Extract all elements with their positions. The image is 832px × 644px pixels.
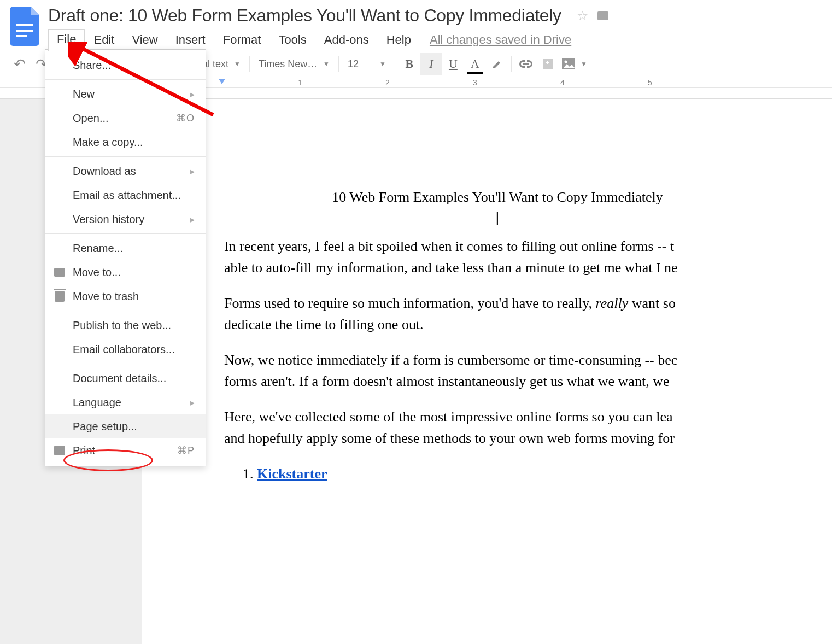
file-dropdown: Share... New▸ Open...⌘O Make a copy... D… xyxy=(45,49,206,466)
menu-email-attachment[interactable]: Email as attachment... xyxy=(45,183,206,207)
document-title[interactable]: Draft one: 10 Web Form Examples You'll W… xyxy=(48,5,561,26)
menu-version-history[interactable]: Version history▸ xyxy=(45,207,206,231)
label: Make a copy... xyxy=(73,136,143,149)
fontsize-label: 12 xyxy=(348,58,359,70)
label: Share... xyxy=(73,59,111,72)
submenu-arrow-icon: ▸ xyxy=(190,89,195,99)
menu-tools[interactable]: Tools xyxy=(269,30,315,50)
chevron-down-icon: ▼ xyxy=(234,60,241,68)
menu-make-copy[interactable]: Make a copy... xyxy=(45,130,206,154)
label: Publish to the web... xyxy=(73,319,171,332)
label: Print xyxy=(73,444,95,457)
menu-share[interactable]: Share... xyxy=(45,53,206,77)
menu-download-as[interactable]: Download as▸ xyxy=(45,159,206,183)
svg-rect-1 xyxy=(16,30,33,32)
menu-publish-web[interactable]: Publish to the web... xyxy=(45,313,206,337)
label: Document details... xyxy=(73,372,166,385)
highlight-button[interactable] xyxy=(486,53,508,75)
menubar: File Edit View Insert Format Tools Add-o… xyxy=(48,29,832,51)
paragraph: Now, we notice immediately if a form is … xyxy=(224,349,832,392)
document-page[interactable]: 10 Web Form Examples You'll Want to Copy… xyxy=(142,99,832,644)
chevron-down-icon: ▼ xyxy=(379,60,386,68)
ruler-major: 2 xyxy=(385,78,390,87)
menu-format[interactable]: Format xyxy=(214,30,270,50)
italic-button[interactable]: I xyxy=(420,53,442,75)
menu-insert[interactable]: Insert xyxy=(167,30,214,50)
svg-rect-0 xyxy=(16,24,33,26)
label: Download as xyxy=(73,165,136,178)
paragraph: Here, we've collected some of the most i… xyxy=(224,406,832,449)
folder-icon xyxy=(53,268,66,277)
paragraph: Forms used to require so much informatio… xyxy=(224,292,832,335)
menu-rename[interactable]: Rename... xyxy=(45,236,206,260)
label: Move to trash xyxy=(73,290,139,303)
font-label: Times New… xyxy=(259,58,317,70)
shortcut: ⌘O xyxy=(176,112,195,124)
font-select[interactable]: Times New… ▼ xyxy=(253,53,335,75)
ruler-major: 4 xyxy=(560,78,565,87)
menu-move-to-trash[interactable]: Move to trash xyxy=(45,284,206,308)
star-icon[interactable]: ☆ xyxy=(577,8,589,24)
text-color-button[interactable]: A xyxy=(464,53,486,75)
ruler-major: 1 xyxy=(298,78,302,87)
svg-point-5 xyxy=(564,61,567,63)
printer-icon xyxy=(53,446,66,455)
menu-help[interactable]: Help xyxy=(378,30,420,50)
svg-rect-2 xyxy=(16,35,27,37)
text-cursor: | xyxy=(142,207,832,228)
menu-email-collaborators[interactable]: Email collaborators... xyxy=(45,337,206,361)
label: New xyxy=(73,88,95,101)
ruler-major: 5 xyxy=(648,78,652,87)
docs-app-icon[interactable] xyxy=(10,7,43,50)
link-button[interactable] xyxy=(515,53,537,75)
label: Language xyxy=(73,396,121,409)
fontsize-select[interactable]: 12 ▼ xyxy=(342,53,391,75)
label: Version history xyxy=(73,213,144,226)
link-kickstarter[interactable]: Kickstarter xyxy=(257,466,327,482)
menu-new[interactable]: New▸ xyxy=(45,82,206,106)
menu-page-setup[interactable]: Page setup... xyxy=(45,414,206,438)
submenu-arrow-icon: ▸ xyxy=(190,166,195,177)
menu-open[interactable]: Open...⌘O xyxy=(45,106,206,130)
label: Email collaborators... xyxy=(73,343,175,356)
label: Open... xyxy=(73,112,109,125)
chevron-down-icon: ▼ xyxy=(581,60,587,68)
menu-addons[interactable]: Add-ons xyxy=(315,30,378,50)
image-button[interactable]: ▼ xyxy=(559,53,590,75)
text-color-label: A xyxy=(471,57,479,71)
label: Rename... xyxy=(73,242,123,255)
menu-view[interactable]: View xyxy=(123,30,166,50)
submenu-arrow-icon: ▸ xyxy=(190,214,195,225)
menu-move-to[interactable]: Move to... xyxy=(45,260,206,284)
save-status[interactable]: All changes saved in Drive xyxy=(430,33,571,47)
chevron-down-icon: ▼ xyxy=(323,60,330,68)
ruler-major: 3 xyxy=(473,78,477,87)
comment-button[interactable] xyxy=(537,53,559,75)
submenu-arrow-icon: ▸ xyxy=(190,397,195,408)
label: Email as attachment... xyxy=(73,189,181,202)
folder-icon[interactable] xyxy=(597,11,608,20)
menu-document-details[interactable]: Document details... xyxy=(45,366,206,390)
menu-language[interactable]: Language▸ xyxy=(45,390,206,414)
list-item: Kickstarter xyxy=(257,463,832,484)
shortcut: ⌘P xyxy=(177,444,195,456)
menu-file[interactable]: File xyxy=(48,29,85,51)
doc-heading: 10 Web Form Examples You'll Want to Copy… xyxy=(142,186,832,208)
menu-print[interactable]: Print⌘P xyxy=(45,438,206,462)
label: Move to... xyxy=(73,266,121,279)
label: Page setup... xyxy=(73,420,137,433)
menu-edit[interactable]: Edit xyxy=(85,30,123,50)
trash-icon xyxy=(53,291,66,302)
underline-button[interactable]: U xyxy=(442,53,464,75)
paragraph: In recent years, I feel a bit spoiled wh… xyxy=(224,236,832,278)
bold-button[interactable]: B xyxy=(399,53,420,75)
undo-button[interactable]: ↶ xyxy=(9,53,31,75)
